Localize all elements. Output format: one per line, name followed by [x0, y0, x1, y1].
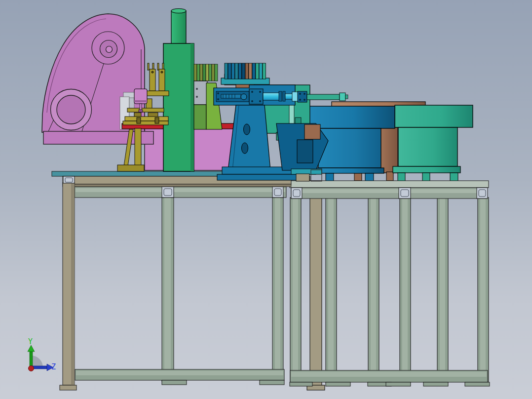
orientation-triad: Y Z	[28, 337, 56, 371]
bowl-feeder-right[interactable]	[393, 105, 473, 183]
z-axis-label: Z	[51, 362, 56, 371]
y-axis-arrow	[30, 352, 33, 367]
support-column[interactable]	[163, 9, 194, 172]
y-axis-label: Y	[28, 337, 33, 346]
press-crank-hub[interactable]	[92, 32, 124, 64]
model-view: Y Z	[0, 0, 532, 399]
cad-viewport[interactable]: Y Z	[0, 0, 532, 399]
press-flywheel[interactable]	[51, 89, 92, 130]
workbench-left[interactable]	[52, 171, 291, 390]
origin-dot	[29, 366, 34, 371]
